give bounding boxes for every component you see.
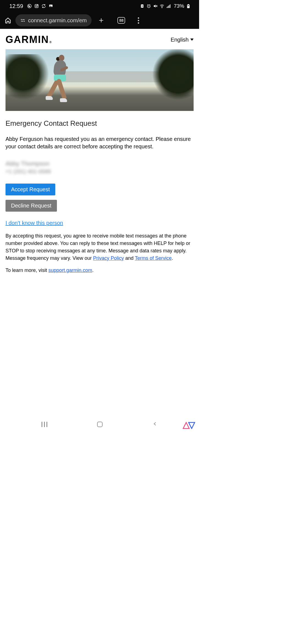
svg-point-17 <box>21 19 22 20</box>
status-time: 12:59 <box>9 3 23 9</box>
svg-rect-14 <box>188 4 189 5</box>
new-tab-icon[interactable] <box>98 17 104 23</box>
svg-point-0 <box>28 4 31 8</box>
whatsapp-icon <box>27 4 32 9</box>
svg-point-19 <box>24 21 25 22</box>
svg-point-5 <box>50 5 51 6</box>
browser-bar: connect.garmin.com/em 88 <box>0 12 199 29</box>
svg-point-3 <box>37 5 38 6</box>
url-text: connect.garmin.com/em <box>28 17 87 24</box>
fine-print: By accepting this request, you agree to … <box>6 232 194 262</box>
svg-point-8 <box>162 7 162 8</box>
accept-request-button[interactable]: Accept Request <box>6 184 55 195</box>
card-icon <box>140 4 145 9</box>
mute-icon <box>153 4 158 9</box>
page-content: GARMIN® English Emergency Contact Reques… <box>0 29 199 273</box>
svg-rect-12 <box>170 4 170 8</box>
language-selector[interactable]: English <box>170 37 194 43</box>
instagram-icon <box>34 4 39 9</box>
chevron-down-icon <box>190 39 194 41</box>
status-bar: 12:59 73% <box>0 0 199 12</box>
tab-count[interactable]: 88 <box>117 17 125 24</box>
svg-point-2 <box>36 5 37 7</box>
svg-rect-20 <box>21 21 23 21</box>
home-button[interactable] <box>97 422 103 427</box>
contact-phone: +1 (201) 401-0589 <box>6 168 194 175</box>
battery-icon <box>186 4 191 9</box>
request-body: Abby Ferguson has requested you as an em… <box>6 135 194 150</box>
svg-rect-11 <box>169 5 169 8</box>
support-link[interactable]: support.garmin.com <box>48 268 92 273</box>
contact-details-blurred: Abby Thompson +1 (201) 401-0589 <box>6 160 194 175</box>
site-settings-icon <box>20 18 25 22</box>
unknown-person-link[interactable]: I don't know this person <box>6 220 63 226</box>
learn-more: To learn more, visit support.garmin.com. <box>6 268 194 273</box>
recent-apps-button[interactable] <box>42 422 47 427</box>
svg-rect-18 <box>22 19 25 20</box>
browser-menu-icon[interactable] <box>138 17 139 24</box>
android-nav-bar <box>0 417 199 431</box>
hero-image <box>6 49 194 111</box>
alarm-icon <box>146 4 151 9</box>
svg-rect-9 <box>167 7 167 8</box>
decline-request-button[interactable]: Decline Request <box>6 200 57 212</box>
back-button[interactable] <box>153 421 158 427</box>
home-icon[interactable] <box>4 17 12 24</box>
svg-rect-16 <box>188 6 189 8</box>
wifi-icon <box>160 4 164 9</box>
privacy-policy-link[interactable]: Privacy Policy <box>93 255 124 261</box>
address-bar[interactable]: connect.garmin.com/em <box>15 14 92 26</box>
contact-name: Abby Thompson <box>6 160 194 167</box>
battery-percent: 73% <box>174 3 184 9</box>
language-label: English <box>170 37 189 43</box>
gallery-icon <box>48 4 53 9</box>
signal-icon <box>166 4 171 9</box>
garmin-logo[interactable]: GARMIN® <box>6 34 52 45</box>
sync-icon <box>41 4 46 9</box>
terms-of-service-link[interactable]: Terms of Service <box>135 255 172 261</box>
watermark-icon <box>183 422 195 429</box>
page-title: Emergency Contact Request <box>6 119 194 128</box>
svg-rect-10 <box>168 6 168 8</box>
svg-rect-6 <box>141 4 143 8</box>
